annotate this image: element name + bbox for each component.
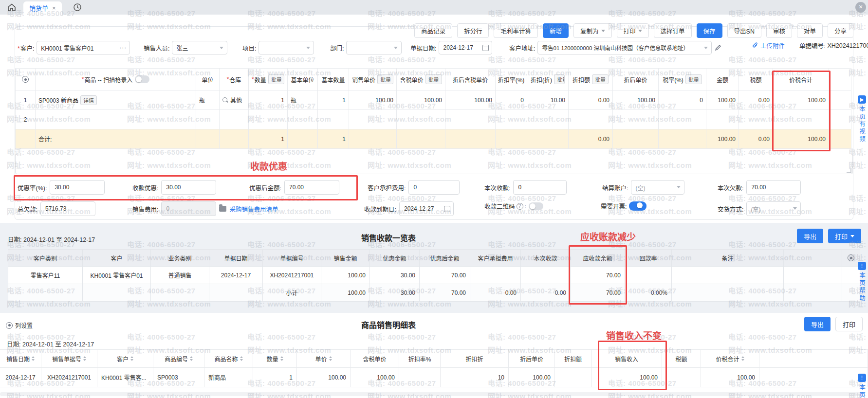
video-help-ribbon[interactable]: ▶ 本页有视频: [857, 95, 867, 144]
receipt-export-button[interactable]: 导出: [797, 229, 823, 243]
upload-attachment-link[interactable]: 上传附件: [752, 41, 785, 50]
batch-fold-button[interactable]: 批量: [554, 74, 565, 84]
folder-icon[interactable]: [219, 206, 226, 212]
new-button[interactable]: 新增: [543, 23, 569, 38]
settle-account-select[interactable]: (空): [631, 180, 684, 195]
tab-sales-invoice[interactable]: 销货单 ×: [23, 1, 62, 15]
customer-fee-input[interactable]: 0: [408, 180, 460, 195]
col-discount-fold[interactable]: 折扣折: [441, 349, 509, 368]
col-sale-doc-no[interactable]: 销售单据号: [41, 349, 97, 368]
customer-more-icon[interactable]: ···: [119, 44, 127, 51]
margin-calc-button[interactable]: 毛利率计算: [494, 23, 538, 38]
payment-discount-input[interactable]: 30.00: [161, 180, 216, 195]
detail-button[interactable]: 详情: [80, 95, 97, 105]
col-unit-price[interactable]: 单价: [297, 349, 351, 368]
batch-taxprice-button[interactable]: 批量: [425, 74, 442, 84]
col-product-name[interactable]: 商品名称: [204, 349, 253, 368]
batch-price-button[interactable]: 批量: [377, 74, 393, 84]
tax-cell[interactable]: 0.00: [739, 90, 773, 110]
col-after-price[interactable]: 折后单价: [509, 349, 555, 368]
sale-price-cell[interactable]: 100.00: [349, 90, 397, 110]
remarks-box[interactable]: [15, 154, 853, 174]
page-help-ribbon-bottom[interactable]: ! 本页帮助: [857, 374, 867, 398]
disc-tax-price-cell[interactable]: 100.00: [445, 90, 496, 110]
audit-button[interactable]: 审核: [766, 23, 792, 38]
received-input[interactable]: 0: [513, 180, 567, 195]
col-sale-date[interactable]: 销售日期: [0, 349, 41, 368]
disc-amount-cell[interactable]: 0.00: [569, 90, 613, 110]
home-icon[interactable]: [7, 2, 17, 12]
close-icon[interactable]: ×: [855, 2, 866, 13]
page-help-label[interactable]: 本页帮助: [857, 384, 867, 398]
total-debt-input[interactable]: 5716.73: [40, 201, 95, 216]
share-button[interactable]: 分享: [828, 23, 853, 38]
current-debt-input[interactable]: 70.00: [746, 180, 801, 195]
edit-pencil-icon[interactable]: [715, 44, 721, 51]
total-with-tax-cell[interactable]: 100.00: [773, 90, 829, 110]
disc-price-cell[interactable]: 100.00: [613, 90, 659, 110]
copy-as-button[interactable]: 复制为: [573, 23, 612, 38]
fee-list-link[interactable]: 采购销售费用清单: [229, 204, 278, 214]
tax-rate-cell[interactable]: 0: [659, 90, 706, 110]
tab-close-icon[interactable]: ×: [52, 4, 56, 12]
warehouse-cell[interactable]: 其他: [220, 90, 249, 110]
split-row-button[interactable]: 拆分行: [457, 23, 489, 38]
col-discount-rate[interactable]: 折扣率%: [399, 349, 441, 368]
unit-cell[interactable]: 瓶: [196, 90, 220, 110]
horizontal-scrollbar[interactable]: [0, 392, 862, 396]
department-select[interactable]: [346, 41, 402, 54]
match-button[interactable]: 对单: [797, 23, 823, 38]
invoice-toggle[interactable]: [629, 201, 646, 211]
batch-qty-button[interactable]: 批量: [268, 74, 284, 84]
col-product-code[interactable]: 商品编号: [153, 349, 204, 368]
grid-settings-icon[interactable]: [22, 76, 29, 83]
address-select[interactable]: 零售01 1200000000 深圳南山科技园（客户信息联系地址）: [537, 41, 712, 54]
batch-taxrate-button[interactable]: 批量: [685, 74, 702, 84]
receipt-print-button[interactable]: 打印: [828, 229, 861, 243]
col-total-with-tax[interactable]: 价税合计: [701, 349, 759, 368]
help-question-icon[interactable]: ?: [517, 203, 523, 210]
export-sn-button[interactable]: 导出SN: [727, 23, 761, 38]
page-help-ribbon[interactable]: ! 本页帮助: [857, 262, 867, 302]
col-discount-amt[interactable]: 折扣额: [555, 349, 591, 368]
table-settings-icon[interactable]: [848, 254, 854, 261]
select-order-button[interactable]: 选择订单: [654, 23, 692, 38]
product-cell[interactable]: [36, 110, 196, 129]
after-discount-input[interactable]: 70.00: [284, 180, 339, 195]
calendar-icon[interactable]: [482, 45, 489, 51]
project-select[interactable]: [259, 41, 314, 54]
detail-export-button[interactable]: 导出: [804, 317, 831, 331]
col-tax[interactable]: 税额: [662, 349, 701, 368]
bulb-icon[interactable]: !: [858, 262, 866, 270]
product-cell[interactable]: SP0003 新商品详情: [36, 90, 196, 110]
barcode-scan-toggle[interactable]: [135, 75, 149, 83]
col-sales-income[interactable]: 销售收入: [591, 349, 662, 368]
save-button[interactable]: 保存: [697, 23, 722, 38]
tax-price-cell[interactable]: 100.00: [397, 90, 445, 110]
calendar-icon[interactable]: [444, 206, 450, 212]
customer-input[interactable]: KH0001 零售客户01 ···: [37, 41, 130, 54]
page-help-label[interactable]: 本页帮助: [857, 272, 867, 302]
history-clock-icon[interactable]: [73, 3, 82, 12]
detail-print-button[interactable]: 打印: [835, 317, 863, 331]
due-date-input[interactable]: 2024-12-27: [399, 201, 454, 216]
discount-rate-input[interactable]: 30.00: [50, 180, 105, 195]
col-qty[interactable]: 数量: [253, 349, 297, 368]
disc-rate-cell[interactable]: 0: [496, 90, 527, 110]
column-settings-button[interactable]: 列设置: [6, 321, 33, 329]
base-unit-cell[interactable]: 瓶: [288, 90, 318, 110]
col-customer[interactable]: 客户: [97, 349, 153, 368]
resize-handle[interactable]: [847, 168, 851, 173]
col-tax-price[interactable]: 含税单价: [351, 349, 399, 368]
batch-discamt-button[interactable]: 批量: [592, 74, 609, 84]
amount-cell[interactable]: 100.00: [706, 90, 739, 110]
bulb-icon[interactable]: !: [858, 374, 866, 382]
salesperson-select[interactable]: 张三: [172, 41, 227, 54]
delivery-select[interactable]: (空): [746, 201, 801, 216]
doc-date-input[interactable]: 2024-12-17: [439, 41, 492, 54]
video-help-label[interactable]: 本页有视频: [857, 106, 867, 144]
disc-fold-cell[interactable]: 10.00: [527, 90, 569, 110]
base-qty-cell[interactable]: 1: [318, 90, 349, 110]
print-button[interactable]: 打印: [617, 23, 649, 38]
qty-cell[interactable]: 1: [249, 90, 288, 110]
